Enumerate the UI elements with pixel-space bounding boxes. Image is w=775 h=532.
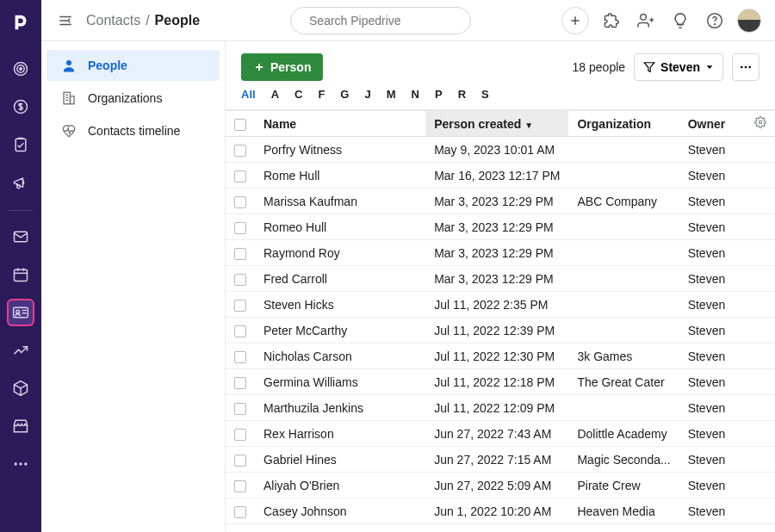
column-header-created[interactable]: Person created▼ [425,111,568,137]
cell-name[interactable]: Rome Hull [255,163,425,189]
owner-filter-button[interactable]: Steven [634,53,723,81]
table-row[interactable]: Nicholas CarsonJul 11, 2022 12:30 PM3k G… [226,343,775,369]
table-row[interactable]: Marissa KaufmanMar 3, 2023 12:29 PMABC C… [226,189,775,214]
rail-contacts[interactable] [7,299,34,326]
table-row[interactable]: Rome HullMar 16, 2023 12:17 PMSteven [226,163,775,189]
row-select[interactable] [226,214,255,240]
row-select[interactable] [226,266,255,292]
cell-org[interactable]: Dolittle Academy [568,421,679,447]
cell-owner[interactable]: Steven [679,292,746,318]
rail-mail[interactable] [7,223,34,251]
quick-add-button[interactable] [561,7,589,34]
rail-activities[interactable] [7,261,34,288]
row-select[interactable] [226,473,255,498]
row-select[interactable] [226,395,255,421]
select-all-header[interactable] [226,111,255,137]
row-select[interactable] [226,369,255,395]
cell-org[interactable]: Heaven Media [568,498,679,524]
cell-owner[interactable]: Steven [679,369,746,395]
cell-owner[interactable]: Steven [679,266,746,292]
row-select[interactable] [226,163,255,189]
extensions-button[interactable] [599,9,623,33]
cell-name[interactable]: Porfry Witness [255,137,425,163]
table-row[interactable]: Casey JohnsonJun 1, 2022 10:20 AMHeaven … [226,498,775,524]
cell-name[interactable]: Raymond Roy [255,240,425,266]
cell-org[interactable] [568,266,679,292]
alpha-filter-c[interactable]: C [294,88,302,101]
cell-name[interactable]: Peter McCarthy [255,318,425,343]
alpha-filter-j[interactable]: J [364,88,370,101]
invite-users-button[interactable] [634,9,658,33]
rail-deals[interactable] [7,93,34,121]
row-select[interactable] [226,137,255,163]
cell-name[interactable]: Marissa Kaufman [255,189,425,214]
sidebar-item-people[interactable]: People [46,50,220,81]
cell-org[interactable] [568,214,679,240]
cell-org[interactable]: Magic Seconda... [568,447,679,473]
breadcrumb-section[interactable]: Contacts [86,13,140,28]
rail-marketplace[interactable] [7,412,34,440]
cell-owner[interactable]: Steven [679,473,746,498]
cell-owner[interactable]: Steven [679,447,746,473]
sales-assistant-button[interactable] [668,9,692,33]
cell-name[interactable]: Steven Hicks [255,292,425,318]
alpha-filter-a[interactable]: A [271,88,279,101]
cell-org[interactable] [568,395,679,421]
column-header-owner[interactable]: Owner [679,111,746,137]
cell-name[interactable]: Aliyah O'Brien [255,473,425,498]
cell-org[interactable]: ABC Company [568,189,679,214]
rail-campaigns[interactable] [7,169,34,196]
cell-owner[interactable]: Steven [679,395,746,421]
alpha-filter-m[interactable]: M [387,88,396,101]
cell-name[interactable]: Gabriel Hines [255,447,425,473]
cell-name[interactable]: Fred Carroll [255,266,425,292]
cell-owner[interactable]: Steven [679,214,746,240]
search-input[interactable] [309,14,460,28]
cell-org[interactable] [568,292,679,318]
alpha-filter-r[interactable]: R [458,88,466,101]
rail-products[interactable] [7,374,34,402]
row-select[interactable] [226,498,255,524]
more-options-button[interactable] [732,53,760,81]
row-select[interactable] [226,292,255,318]
add-person-button[interactable]: Person [241,53,323,81]
cell-name[interactable]: Germina Williams [255,369,425,395]
cell-name[interactable]: Rex Harrison [255,421,425,447]
cell-owner[interactable]: Steven [679,137,746,163]
row-select[interactable] [226,421,255,447]
sidebar-item-timeline[interactable]: Contacts timeline [46,115,220,146]
table-row[interactable]: Peter McCarthyJul 11, 2022 12:39 PMSteve… [226,318,775,343]
cell-org[interactable] [568,240,679,266]
row-select[interactable] [226,343,255,369]
column-header-name[interactable]: Name [255,111,425,137]
rail-projects[interactable] [7,131,34,158]
table-row[interactable]: Marthuzila JenkinsJul 11, 2022 12:09 PMS… [226,395,775,421]
cell-owner[interactable]: Steven [679,240,746,266]
cell-org[interactable]: The Great Cater [568,369,679,395]
cell-org[interactable]: Pirate Crew [568,473,679,498]
alpha-filter-p[interactable]: P [435,88,443,101]
help-button[interactable] [703,9,727,33]
alpha-filter-s[interactable]: S [481,88,489,101]
cell-owner[interactable]: Steven [679,498,746,524]
table-row[interactable]: Romeo HullMar 3, 2023 12:29 PMSteven [226,214,775,240]
rail-more[interactable] [7,450,34,478]
alpha-filter-f[interactable]: F [318,88,325,101]
table-row[interactable]: Aliyah O'BrienJun 27, 2022 5:09 AMPirate… [226,473,775,498]
alpha-filter-g[interactable]: G [340,88,349,101]
table-row[interactable]: Steven HicksJul 11, 2022 2:35 PMSteven [226,292,775,318]
row-select[interactable] [226,447,255,473]
column-header-org[interactable]: Organization [568,111,679,137]
cell-org[interactable] [568,163,679,189]
table-row[interactable]: Porfry WitnessMay 9, 2023 10:01 AMSteven [226,137,775,163]
cell-org[interactable]: 3k Games [568,343,679,369]
collapse-sidebar-button[interactable] [55,10,76,31]
row-select[interactable] [226,318,255,343]
table-row[interactable]: Fred CarrollMar 3, 2023 12:29 PMSteven [226,266,775,292]
cell-owner[interactable]: Steven [679,343,746,369]
sidebar-item-organizations[interactable]: Organizations [46,83,220,114]
cell-owner[interactable]: Steven [679,189,746,214]
rail-logo[interactable] [7,9,34,36]
table-row[interactable]: Raymond RoyMar 3, 2023 12:29 PMSteven [226,240,775,266]
alpha-filter-all[interactable]: All [241,88,256,101]
